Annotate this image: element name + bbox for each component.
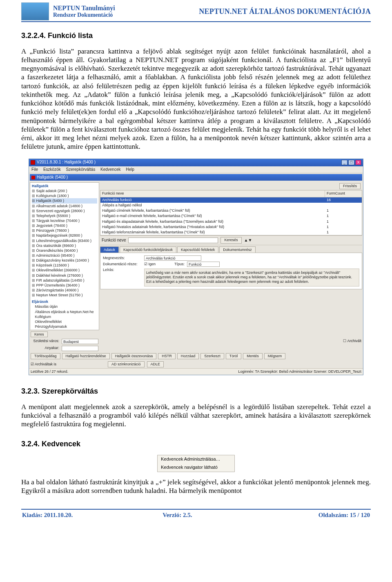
tree-node[interactable]: Jegyzetek (78400 ) — [32, 223, 97, 228]
footer-kiadas: Kiadás: 2011.10.20. — [22, 511, 73, 519]
tree-task[interactable]: Oklevélmelléklet — [32, 319, 97, 324]
kedvencek-popup: Kedvencek Adminisztrálása… Kedvencek nav… — [157, 455, 235, 472]
tree-node[interactable]: Saját adatok (200 ) — [32, 188, 97, 193]
funclist-row[interactable]: Hallgató és alapadatainak felvitele, kar… — [100, 219, 362, 224]
anyakar-label: Anyakar: — [31, 346, 59, 350]
anyakar-field[interactable] — [62, 346, 98, 351]
ad-sync-button[interactable]: AD szinkronizáció — [108, 361, 145, 367]
refresh-button[interactable]: Frissítés — [339, 183, 361, 189]
nav-tree[interactable]: Hallgatók Saját adatok (200 ) Kollégiumo… — [30, 182, 99, 330]
detail-type-field[interactable]: Funkció — [187, 262, 220, 267]
tree-node[interactable]: Képzések (115600 ) — [32, 263, 97, 268]
tree-task[interactable]: Kollégium — [32, 314, 97, 319]
tree-node[interactable]: Telephelyek (55800 ) — [32, 213, 97, 218]
tree-task[interactable]: Általános eljárások a Neptun.Net-he — [32, 309, 97, 314]
tree-node[interactable]: PPP Üzemeltetés (36400 ) — [32, 283, 97, 288]
detail-doc-checkbox[interactable]: ☑ Igen — [144, 262, 156, 266]
tree-node[interactable]: Diákhitel kérelmek (276000 ) — [32, 273, 97, 278]
embedded-screenshot: V2011.8.30.1 : Hallgatók (5400 ) _ □ X F… — [29, 159, 363, 376]
detail-name-field[interactable]: Archiválás funkció — [144, 255, 201, 261]
neptun-logo — [21, 2, 49, 20]
status-login-info: Loginnév: TA Szerepkör: Belső Adminisztr… — [238, 369, 361, 374]
funclist-row[interactable]: Hallgató címének felvitele, karbantartás… — [100, 208, 362, 213]
menu-help[interactable]: Help — [126, 167, 134, 172]
doc-title-line1: NEPTUN Tanulmányi — [53, 4, 115, 12]
popup-item-admin[interactable]: Kedvencek Adminisztrálása… — [158, 455, 234, 463]
tab-dokumentumresz[interactable]: Dokumentumrész — [219, 246, 256, 253]
funclist-row[interactable]: Átlépés a hallgató nélkül — [100, 203, 362, 208]
footer-verzio: Verzió: 2.5. — [163, 511, 192, 519]
btn-torol[interactable]: Töröl — [226, 353, 242, 359]
app-icon — [31, 160, 35, 165]
tree-node-selected[interactable]: Hallgatók (5400 ) — [32, 198, 97, 203]
menubar: File Eszközök Szerepkörváltás Kedvencek … — [29, 166, 363, 174]
keres-button[interactable]: Keres — [31, 331, 48, 337]
menu-file[interactable]: File — [31, 167, 38, 172]
function-list: Funkció neve FormCount Archiválás funkci… — [100, 190, 362, 235]
section-heading-szerepkorvaltas: 3.2.3. Szerepkörváltás — [21, 387, 371, 396]
tree-task[interactable]: Másolás útján — [32, 304, 97, 309]
tree-node[interactable]: Szervezeti egységek (28000 ) — [32, 208, 97, 213]
tab-adatok[interactable]: Adatok — [100, 246, 119, 253]
tree-node[interactable]: Naptárbejegyzések (82800 ) — [32, 233, 97, 238]
tree-node[interactable]: Oklevélmelléklet (266000 ) — [32, 268, 97, 273]
header-rule — [21, 21, 371, 22]
funclist-row[interactable]: Hallgató hivatalos adatainak felvitele, … — [100, 224, 362, 230]
btn-torlesopatlag[interactable]: Törlésopátlag — [31, 353, 60, 359]
tree-node[interactable]: Pénzügyek (78600 ) — [32, 228, 97, 233]
close-button[interactable]: X — [355, 160, 361, 165]
tree-node[interactable]: Adminisztráció (95400 ) — [32, 253, 97, 258]
btn-mentes[interactable]: Mentés — [243, 353, 263, 359]
btn-hozzaad[interactable]: Hozzáad — [177, 353, 199, 359]
menu-kedvencek[interactable]: Kedvencek — [100, 167, 120, 172]
doc-title-right: NEPTUN.NET ÁLTALÁNOS DOKUMENTÁCIÓJA — [199, 7, 371, 16]
archivalt-checkbox[interactable]: ☐ Archivált — [343, 339, 361, 343]
outer-window-title: V2011.8.30.1 : Hallgatók (5400 ) — [37, 160, 96, 165]
az-sort-icon[interactable]: ▲▼ — [244, 238, 252, 243]
menu-szerepkorvaltas[interactable]: Szerepkörváltás — [66, 167, 95, 172]
tree-node[interactable]: Diákigazolvány kezelés (10400 ) — [32, 258, 97, 263]
tab-kapcsolodo-feluletek[interactable]: Kapcsolódó felületek — [177, 246, 218, 253]
funclist-row-selected[interactable]: Archiválás funkció16 — [100, 197, 362, 203]
search-button[interactable]: Keresés — [220, 237, 241, 243]
tree-tasks-root[interactable]: Eljárások — [32, 299, 97, 304]
search-input[interactable] — [128, 237, 218, 243]
tree-node[interactable]: Órarendkészítés (90400 ) — [32, 248, 97, 253]
btn-hallgato-hozzarendelese[interactable]: Hallgató hozzárendelése — [62, 353, 110, 359]
popup-item-navigator[interactable]: Kedvencek navigator látható — [158, 463, 234, 472]
tree-node[interactable]: Kollégiumok (1800 ) — [32, 193, 97, 198]
tab-kapcsolodo-funkciok[interactable]: Kapcsolódó funkciók/eljárások — [120, 246, 176, 253]
status-record-count: Letöltve 26 / 27 rekord. — [31, 369, 68, 374]
maximize-button[interactable]: □ — [348, 160, 354, 165]
tree-node[interactable]: Záróvizsgáztatás (40600 ) — [32, 288, 97, 293]
adle-button[interactable]: ADLE — [147, 361, 164, 367]
archivaltak-is-checkbox[interactable]: ☑ Archiváltak is — [31, 362, 56, 367]
tree-node[interactable]: FIR adatszolgáltatás (14450 ) — [32, 278, 97, 283]
tree-node[interactable]: Tárgyak kezelése (70400 ) — [32, 218, 97, 223]
minimize-button[interactable]: _ — [341, 160, 347, 165]
tree-root[interactable]: Hallgatók — [32, 184, 97, 188]
btn-szerkeszt[interactable]: Szerkeszt — [200, 353, 224, 359]
tree-node[interactable]: Létesítménygazdálkodás (83400 ) — [32, 238, 97, 243]
section-body-szerepkorvaltas: A menüpont alatt megjelennek azok a szer… — [21, 403, 371, 429]
funclist-row[interactable]: Hallgató telefonszámainak felvitele, kar… — [100, 230, 362, 235]
city-field[interactable]: Budapest — [62, 339, 98, 344]
tree-task[interactable]: Pénzügyfolyamatok — [32, 324, 97, 329]
footer-oldalszam: Oldalszám: 15 / 120 — [318, 511, 370, 519]
funclist-row[interactable]: Hallgató e-mail címeinek felvitele, karb… — [100, 213, 362, 219]
inner-window-title: Hallgatók (5400 ) — [37, 175, 68, 180]
tree-node[interactable]: Óra statisztikák (89600 ) — [32, 243, 97, 248]
detail-name-label: Megnevezés: — [103, 256, 142, 260]
status-bar: Letöltve 26 / 27 rekord. Loginnév: TA Sz… — [29, 368, 363, 375]
bottom-button-bar: Törlésopátlag Hallgató hozzárendelése Ha… — [29, 352, 363, 360]
city-label: Születési város: — [31, 339, 59, 343]
tree-node[interactable]: Neptun Meet Street (51750 ) — [32, 293, 97, 298]
funclist-col-count[interactable]: FormCount — [325, 190, 362, 197]
btn-hstr[interactable]: HSTR — [158, 353, 176, 359]
funclist-col-name[interactable]: Funkció neve — [100, 190, 325, 197]
btn-megsem[interactable]: Mégsem — [264, 353, 286, 359]
btn-hallgatok-osszevonasa[interactable]: Hallgatók összevonása — [111, 353, 157, 359]
tree-node[interactable]: Alkalmazotti adatok (14800 ) — [32, 204, 97, 208]
doc-header: NEPTUN Tanulmányi Rendszer Dokumentáció … — [21, 0, 371, 20]
menu-eszkozok[interactable]: Eszközök — [43, 167, 61, 172]
